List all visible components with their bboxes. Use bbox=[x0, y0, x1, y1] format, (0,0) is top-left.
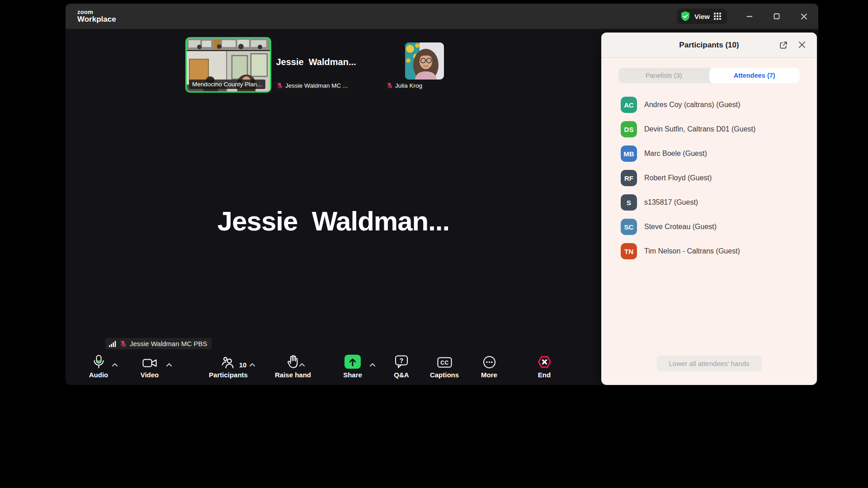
titlebar: zoom Workplace View bbox=[66, 4, 818, 29]
share-screen-icon bbox=[344, 355, 361, 369]
zoom-workplace-logo: zoom Workplace bbox=[77, 9, 116, 23]
qa-icon: ? bbox=[395, 354, 408, 369]
attendee-name: Steve Croteau (Guest) bbox=[644, 223, 717, 231]
qa-button[interactable]: ? Q&A bbox=[377, 354, 426, 379]
end-meeting-icon bbox=[538, 354, 552, 369]
tab-panelists[interactable]: Panelists (3) bbox=[618, 68, 709, 83]
svg-text:CC: CC bbox=[440, 360, 448, 366]
more-button[interactable]: More bbox=[464, 354, 514, 379]
camera-icon bbox=[142, 354, 157, 369]
logo-zoom-text: zoom bbox=[77, 9, 116, 15]
attendee-row[interactable]: S s135817 (Guest) bbox=[601, 190, 817, 215]
raise-hand-options-chevron-icon[interactable] bbox=[299, 361, 305, 369]
security-shield-icon bbox=[680, 11, 690, 22]
video-tile-julia[interactable]: Julia Krog bbox=[358, 37, 447, 93]
captions-label: Captions bbox=[430, 371, 459, 379]
more-label: More bbox=[481, 371, 497, 379]
participants-count: 10 bbox=[239, 361, 247, 369]
avatar: TN bbox=[621, 243, 637, 259]
tile-name-label: Jessie Waldman MC ... bbox=[274, 81, 351, 90]
end-label: End bbox=[538, 371, 551, 379]
avatar: S bbox=[621, 194, 637, 211]
avatar: AC bbox=[621, 97, 637, 113]
tab-attendees[interactable]: Attendees (7) bbox=[709, 68, 800, 83]
attendee-name: Marc Boele (Guest) bbox=[644, 150, 707, 158]
participants-icon: 10 bbox=[222, 354, 235, 369]
speaker-pill-label: Jessie Waldman MC PBS bbox=[130, 340, 207, 347]
attendee-row[interactable]: TN Tim Nelson - Caltrans (Guest) bbox=[601, 239, 817, 263]
active-speaker-name: Jessie Waldman... bbox=[66, 206, 601, 237]
captions-icon: CC bbox=[437, 354, 452, 369]
microphone-icon bbox=[93, 354, 105, 369]
end-button[interactable]: End bbox=[519, 354, 569, 379]
attendee-row[interactable]: RF Robert Floyd (Guest) bbox=[601, 166, 817, 190]
audio-label: Audio bbox=[89, 371, 108, 379]
qa-label: Q&A bbox=[394, 371, 409, 379]
tile-name-label: Mendocino County Plan... bbox=[189, 80, 265, 89]
participants-panel-header: Participants (10) bbox=[601, 33, 817, 58]
captions-button[interactable]: CC Captions bbox=[420, 354, 469, 379]
speaker-pill: Jessie Waldman MC PBS bbox=[105, 338, 212, 349]
view-button-label: View bbox=[694, 13, 710, 20]
attendee-name: Devin Sutfin, Caltrans D01 (Guest) bbox=[644, 125, 755, 133]
raise-hand-button[interactable]: Raise hand bbox=[268, 354, 318, 379]
view-button[interactable]: View bbox=[677, 9, 727, 24]
network-signal-icon bbox=[109, 341, 117, 347]
attendee-name: s135817 (Guest) bbox=[644, 198, 698, 206]
participants-panel: Participants (10) Panelists (3) Attendee… bbox=[601, 33, 817, 385]
video-tile-jessie[interactable]: Jessie Waldman... Jessie Waldman MC ... bbox=[273, 37, 359, 93]
raise-hand-icon bbox=[287, 354, 300, 369]
lower-all-hands-button[interactable]: Lower all attendees' hands bbox=[657, 356, 762, 371]
raise-hand-label: Raise hand bbox=[275, 371, 311, 379]
tile-name-label: Julia Krog bbox=[383, 81, 425, 90]
avatar: DS bbox=[621, 121, 637, 137]
muted-mic-icon bbox=[387, 82, 393, 89]
video-tile-mendocino[interactable]: Mendocino County Plan... bbox=[185, 37, 271, 93]
maximize-icon[interactable] bbox=[773, 13, 780, 20]
share-options-chevron-icon[interactable] bbox=[369, 361, 376, 369]
audio-options-chevron-icon[interactable] bbox=[112, 361, 118, 369]
attendee-row[interactable]: AC Andres Coy (caltrans) (Guest) bbox=[601, 93, 817, 117]
attendee-row[interactable]: MB Marc Boele (Guest) bbox=[601, 141, 817, 166]
more-ellipsis-icon bbox=[483, 354, 496, 369]
video-options-chevron-icon[interactable] bbox=[166, 361, 172, 369]
attendee-list: AC Andres Coy (caltrans) (Guest) DS Devi… bbox=[601, 93, 817, 263]
attendee-row[interactable]: SC Steve Croteau (Guest) bbox=[601, 215, 817, 239]
panel-tabs: Panelists (3) Attendees (7) bbox=[618, 68, 800, 83]
attendee-row[interactable]: DS Devin Sutfin, Caltrans D01 (Guest) bbox=[601, 117, 817, 141]
avatar: MB bbox=[621, 145, 637, 162]
avatar: SC bbox=[621, 219, 637, 235]
julia-video-feed bbox=[405, 42, 444, 80]
muted-mic-icon bbox=[277, 82, 283, 89]
close-window-icon[interactable] bbox=[800, 13, 807, 20]
participants-label: Participants bbox=[209, 371, 248, 379]
muted-mic-icon bbox=[120, 340, 127, 347]
close-panel-icon[interactable] bbox=[798, 41, 806, 51]
attendee-name: Robert Floyd (Guest) bbox=[644, 174, 712, 182]
attendee-name: Tim Nelson - Caltrans (Guest) bbox=[644, 247, 740, 255]
attendee-name: Andres Coy (caltrans) (Guest) bbox=[644, 101, 741, 109]
minimize-icon[interactable] bbox=[746, 13, 753, 20]
popout-panel-icon[interactable] bbox=[779, 41, 788, 52]
tile-center-name: Jessie Waldman... bbox=[273, 57, 359, 67]
svg-text:?: ? bbox=[400, 357, 404, 364]
avatar: RF bbox=[621, 170, 637, 186]
gallery-grid-icon bbox=[714, 13, 721, 20]
share-label: Share bbox=[343, 371, 362, 379]
participants-button[interactable]: 10 Participants bbox=[203, 354, 253, 379]
participants-options-chevron-icon[interactable] bbox=[249, 361, 255, 369]
logo-workplace-text: Workplace bbox=[77, 15, 116, 23]
video-label: Video bbox=[141, 371, 159, 379]
